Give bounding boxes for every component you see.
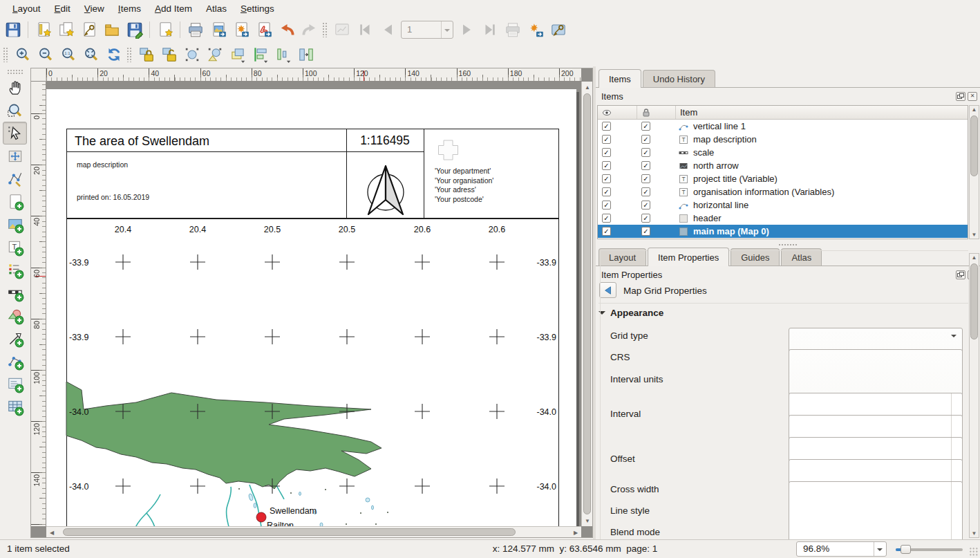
add-page-tool-button[interactable] <box>3 190 27 213</box>
toolbar-drag-handle[interactable] <box>3 47 8 62</box>
lock-checkbox[interactable]: ✓ <box>641 187 650 196</box>
lock-checkbox[interactable]: ✓ <box>641 174 650 183</box>
pan-tool-button[interactable] <box>3 76 27 99</box>
menu-item-add-item[interactable]: Add Item <box>148 1 199 16</box>
size-grip[interactable] <box>969 547 979 557</box>
undo-button[interactable] <box>276 19 297 40</box>
tab-item-properties[interactable]: Item Properties <box>648 248 729 266</box>
zoom-level-combobox[interactable]: 96.8% <box>796 541 887 557</box>
toolbar-drag-handle[interactable] <box>322 22 328 37</box>
lock-checkbox[interactable]: ✓ <box>641 227 650 236</box>
edit-nodes-item-tool-button[interactable] <box>3 167 27 190</box>
refresh-button[interactable] <box>103 44 124 65</box>
scroll-up-icon[interactable]: ▲ <box>582 82 593 93</box>
export-pdf-button[interactable] <box>253 19 274 40</box>
dropdown-icon[interactable] <box>441 21 453 38</box>
visibility-checkbox[interactable]: ✓ <box>602 187 611 196</box>
atlas-page-combobox[interactable]: 1 <box>401 21 453 39</box>
map-frame[interactable] <box>67 219 559 527</box>
add-attribute-table-tool-button[interactable] <box>3 396 27 418</box>
scroll-down-icon[interactable]: ▼ <box>582 515 593 526</box>
print-button[interactable] <box>185 19 206 40</box>
export-image-button[interactable] <box>207 19 229 40</box>
add-legend-tool-button[interactable] <box>3 259 27 281</box>
properties-scrollbar[interactable]: ▲ ▼ <box>969 253 979 538</box>
duplicate-layout-button[interactable] <box>55 19 77 40</box>
select-move-item-tool-button[interactable] <box>3 122 27 145</box>
menu-item-items[interactable]: Items <box>111 1 148 16</box>
scroll-up-icon[interactable]: ▲ <box>970 105 979 114</box>
zoom-actual-button[interactable]: 1:1 <box>57 44 79 65</box>
unlock-items-button[interactable] <box>158 44 180 65</box>
add-scalebar-tool-button[interactable] <box>3 281 27 304</box>
visibility-checkbox[interactable]: ✓ <box>602 174 611 183</box>
scroll-down-icon[interactable]: ▼ <box>970 230 979 239</box>
menu-item-atlas[interactable]: Atlas <box>199 1 234 16</box>
group-items-button[interactable] <box>181 44 202 65</box>
resize-items-button[interactable] <box>295 44 317 65</box>
items-scroll-thumb[interactable] <box>970 115 978 176</box>
menu-item-layout[interactable]: Layout <box>6 1 48 16</box>
load-template-button[interactable] <box>101 19 122 40</box>
lock-checkbox[interactable]: ✓ <box>641 148 650 157</box>
new-layout-button[interactable] <box>32 19 54 40</box>
add-html-tool-button[interactable] <box>3 373 27 396</box>
item-row[interactable]: ✓✓main map (Map 0) <box>598 225 968 238</box>
layout-page[interactable]: 20.420.420.520.520.620.6-33.9-33.9-34.0-… <box>46 89 576 526</box>
export-atlas-button[interactable] <box>525 19 546 40</box>
save-project-button[interactable] <box>2 19 23 40</box>
toolbar-drag-handle[interactable] <box>7 69 23 75</box>
item-row[interactable]: ✓✓Tproject title (Variable) <box>598 172 968 185</box>
scroll-left-icon[interactable]: ◀ <box>46 527 57 538</box>
visibility-checkbox[interactable]: ✓ <box>602 201 611 210</box>
tab-undo-history[interactable]: Undo History <box>643 70 715 88</box>
hscroll-thumb[interactable] <box>63 528 516 536</box>
lock-checkbox[interactable]: ✓ <box>641 122 650 131</box>
tab-items[interactable]: Items <box>599 69 641 88</box>
zoom-tool-tool-button[interactable] <box>3 99 27 122</box>
canvas-viewport[interactable]: 20.420.420.520.520.620.6-33.9-33.9-34.0-… <box>46 82 581 526</box>
item-row[interactable]: ✓✓Torganisation information (Variables) <box>598 185 968 198</box>
zoom-slider-handle[interactable] <box>901 545 911 554</box>
add-picture-tool-button[interactable] <box>3 213 27 236</box>
visibility-checkbox[interactable]: ✓ <box>602 227 611 236</box>
add-node-item-tool-button[interactable] <box>3 350 27 373</box>
export-svg-button[interactable] <box>230 19 252 40</box>
lock-checkbox[interactable]: ✓ <box>641 201 650 210</box>
item-row[interactable]: ✓✓header <box>598 212 968 225</box>
scroll-down-icon[interactable]: ▼ <box>970 529 979 538</box>
visibility-checkbox[interactable]: ✓ <box>602 148 611 157</box>
toolbar-drag-handle[interactable] <box>126 47 132 62</box>
vscroll-thumb[interactable] <box>583 93 591 514</box>
add-arrow-tool-button[interactable] <box>3 327 27 350</box>
add-label-tool-button[interactable]: T <box>3 236 27 259</box>
raise-items-button[interactable] <box>227 44 248 65</box>
item-row[interactable]: ✓✓horizontal line <box>598 198 968 212</box>
distribute-items-button[interactable] <box>272 44 294 65</box>
zoom-out-button[interactable] <box>35 44 56 65</box>
atlas-settings-button[interactable] <box>547 19 569 40</box>
align-items-button[interactable] <box>249 44 271 65</box>
canvas-vscrollbar[interactable]: ▲ ▼ <box>581 82 592 526</box>
zoom-full-button[interactable] <box>80 44 102 65</box>
lock-checkbox[interactable]: ✓ <box>641 135 650 144</box>
visibility-checkbox[interactable]: ✓ <box>602 135 611 144</box>
visibility-checkbox[interactable]: ✓ <box>602 122 611 131</box>
zoom-slider[interactable] <box>896 548 963 551</box>
float-panel-icon[interactable] <box>956 92 965 101</box>
item-row[interactable]: ✓✓Tmap description <box>598 133 968 146</box>
items-scrollbar[interactable]: ▲ ▼ <box>969 105 979 239</box>
ungroup-items-button[interactable] <box>204 44 225 65</box>
close-panel-icon[interactable]: ✕ <box>968 92 977 101</box>
lock-checkbox[interactable]: ✓ <box>641 214 650 223</box>
menu-item-view[interactable]: View <box>77 1 111 16</box>
item-row[interactable]: ✓✓vertical line 1 <box>598 120 968 133</box>
menu-item-settings[interactable]: Settings <box>234 1 281 16</box>
move-item-content-tool-button[interactable] <box>3 145 27 167</box>
lock-items-button[interactable] <box>135 44 157 65</box>
layout-manager-button[interactable] <box>78 19 100 40</box>
item-row[interactable]: ✓✓scale <box>598 146 968 159</box>
lock-checkbox[interactable]: ✓ <box>641 161 650 170</box>
zoom-in-button[interactable] <box>12 44 33 65</box>
properties-scroll-thumb[interactable] <box>970 263 978 340</box>
